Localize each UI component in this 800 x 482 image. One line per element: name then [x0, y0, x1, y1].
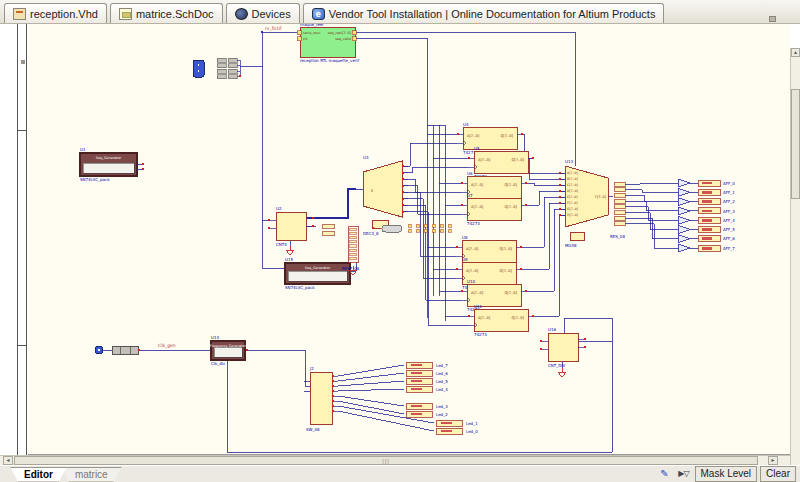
buffer-2[interactable] [678, 198, 690, 206]
buffer-3[interactable] [678, 207, 690, 215]
register-3[interactable]: A[7..0]Q[7..0]U774273 [461, 193, 527, 227]
register-7[interactable]: A[7..0]Q[7..0]U1174273 [468, 304, 534, 338]
crystal[interactable] [112, 346, 140, 354]
led-resistor-5[interactable]: Led_2 [406, 411, 448, 417]
buffer-6[interactable] [678, 235, 690, 243]
scroll-right-icon[interactable]: ► [768, 456, 778, 465]
resistor-pack-top[interactable] [217, 58, 241, 79]
wire [625, 224, 678, 248]
designator: U2 [276, 206, 282, 211]
led-resistor-0[interactable]: Led_7 [406, 362, 448, 368]
net-label: Led_2 [436, 412, 448, 417]
aff-resistor-4[interactable]: AFF_4 [698, 217, 735, 223]
clear-button[interactable]: Clear [760, 466, 796, 482]
designator: U1 [80, 147, 86, 152]
freq-gen-block[interactable]: Frequency GeneratorU14Clk_div [210, 335, 248, 366]
led-resistor-3[interactable]: Led_4 [406, 386, 448, 392]
pack-block-2[interactable]: Seq_GeneratorU15SN74LVC_pack [285, 257, 350, 290]
respack-right[interactable]: RES_08 [610, 182, 625, 239]
designator: U10 [467, 279, 475, 284]
type-label: SN74LVC_pack [285, 285, 315, 290]
aff-resistor-0[interactable]: AFF_0 [698, 180, 735, 186]
net-label: AFF_5 [723, 227, 735, 232]
tab-matrice-bottom[interactable]: matrice [61, 467, 122, 482]
designator: U8 [462, 235, 468, 240]
vscroll-thumb[interactable] [791, 89, 800, 199]
scroll-left-icon[interactable]: ◄ [3, 456, 13, 465]
mask-level-button[interactable]: Mask Level [695, 466, 758, 482]
block-title: Frequency Generator [210, 344, 246, 348]
register-6[interactable]: A[7..0]Q[7..0]U1074273 [461, 279, 527, 313]
pencil-icon[interactable]: ✎ [657, 467, 673, 481]
led-resistor-6[interactable]: Led_1 [436, 420, 478, 426]
net-label: AFF_3 [723, 209, 735, 214]
register-1[interactable]: A[7..0]Q[7..0]U574273 [468, 146, 534, 180]
horizontal-scrollbar[interactable]: ◄ ||| ► [0, 455, 790, 465]
tab-label: matrice.SchDoc [136, 8, 214, 20]
bottom-connector[interactable]: J2SW_08 [306, 366, 338, 432]
decoder[interactable]: EU3DEC3_8 [356, 155, 408, 236]
buffer-5[interactable] [678, 226, 690, 234]
net-label-rx: rx_fictif [265, 26, 282, 32]
devices-icon [235, 8, 248, 20]
led-resistor-7[interactable]: Led_0 [436, 428, 478, 434]
label: A[7..0] [471, 205, 484, 209]
scroll-up-icon[interactable]: ▲ [791, 48, 800, 57]
net-label-clk: Clk_gen [158, 343, 176, 349]
jumper-oval[interactable] [382, 225, 402, 232]
schematic-canvas[interactable]: serie_recuclkseq_reel[7..0]seq_validmaqu… [28, 24, 790, 455]
counter-2[interactable]: U16CNT_DIV [540, 327, 586, 368]
net-label: Led_5 [436, 379, 448, 384]
statusbar-controls: ✎ ▶▽ Mask Level Clear [657, 466, 800, 482]
buffer-4[interactable] [678, 216, 690, 224]
tab-reception-vhd[interactable]: reception.Vhd [4, 3, 107, 23]
vertical-scrollbar[interactable]: ▲ ▼ [790, 48, 800, 479]
aff-resistor-1[interactable]: AFF_1 [698, 189, 735, 195]
wire [402, 143, 457, 166]
tab-matrice-schdoc[interactable]: matrice.SchDoc [110, 3, 223, 23]
net-label: Led_0 [466, 429, 478, 434]
pack-block-1[interactable]: Seq_GeneratorU1SN74LVC_pack [80, 147, 144, 182]
wire-layer [103, 31, 698, 452]
counter-1[interactable]: U2CNT4 [268, 206, 314, 247]
aff-resistor-5[interactable]: AFF_5 [698, 227, 735, 233]
label: Q[7..0] [501, 134, 514, 138]
designator: maque_reel [300, 24, 323, 27]
buffer-1[interactable] [678, 188, 690, 196]
register-0[interactable]: A[7..0]Q[7..0]U474273 [457, 122, 523, 156]
wire [240, 32, 262, 66]
led-resistor-1[interactable]: Led_6 [406, 370, 448, 376]
label: H[7..0] [567, 213, 578, 217]
tab-editor[interactable]: Editor [10, 467, 67, 482]
aff-resistor-3[interactable]: AFF_3 [698, 208, 735, 214]
bnc-connector[interactable] [95, 346, 103, 354]
filter-icon[interactable]: ▶▽ [676, 467, 692, 481]
dip-row[interactable] [408, 224, 451, 232]
label: A[7..0] [567, 171, 578, 175]
ground-symbol [286, 246, 294, 255]
tab-overflow-icon[interactable] [769, 16, 776, 22]
reception-block[interactable]: serie_recuclkseq_reel[7..0]seq_validmaqu… [297, 24, 360, 63]
net-label: Led_6 [436, 371, 448, 376]
type-label: reception RTL maquette_verif [300, 58, 360, 63]
mux[interactable]: A[7..0]B[7..0]C[7..0]D[7..0]E[7..0]F[7..… [559, 159, 608, 248]
aff-resistor-6[interactable]: AFF_6 [698, 236, 735, 242]
buffer-0[interactable] [678, 179, 690, 187]
schematic-sheet[interactable]: serie_recuclkseq_reel[7..0]seq_validmaqu… [28, 24, 790, 455]
resistor-pair[interactable] [322, 224, 334, 235]
designator: U5 [474, 146, 480, 151]
aff-resistor-7[interactable]: AFF_7 [698, 245, 735, 251]
wire [306, 189, 356, 218]
led-resistor-2[interactable]: Led_5 [406, 378, 448, 384]
buffer-7[interactable] [678, 244, 690, 252]
aff-resistor-2[interactable]: AFF_2 [698, 199, 735, 205]
led-resistor-4[interactable]: Led_3 [406, 403, 448, 409]
wire [522, 203, 565, 269]
label: Q[7..0] [505, 183, 518, 187]
tab-vendor-docs[interactable]: e Vendor Tool Installation | Online Docu… [303, 3, 665, 23]
hscroll-thumb[interactable]: ||| [14, 456, 758, 465]
net-label: AFF_4 [723, 218, 735, 223]
label: Q[7..0] [500, 269, 513, 273]
tab-devices[interactable]: Devices [226, 3, 300, 23]
db9-connector[interactable] [193, 60, 204, 77]
